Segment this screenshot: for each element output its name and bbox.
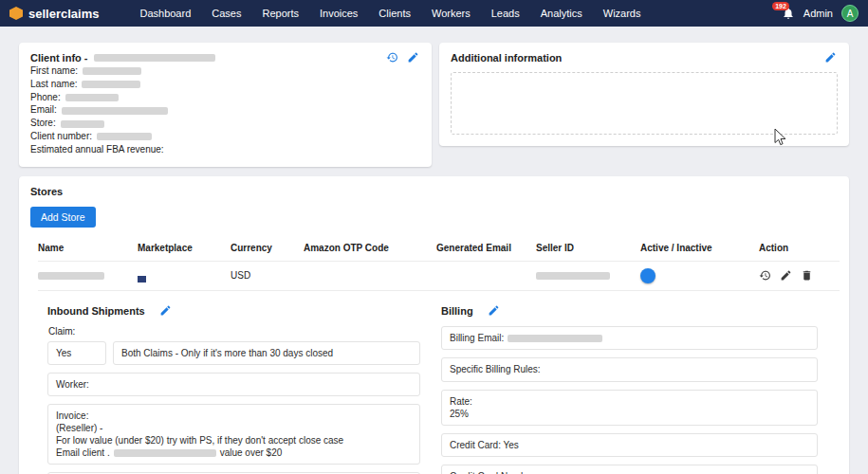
claim-label: Claim: — [48, 326, 420, 337]
stores-card: Stores Add Store Name Marketplace Curren… — [19, 176, 849, 474]
client-history-button[interactable] — [386, 51, 399, 64]
history-icon — [759, 269, 771, 282]
brand-name: sellerclaims — [28, 7, 99, 21]
pencil-icon — [407, 51, 419, 64]
nav-item-cases[interactable]: Cases — [201, 0, 251, 27]
invoice-box: Invoice: (Reseller) - For low value (und… — [47, 404, 420, 465]
credit-card-box: Credit Card: Yes — [441, 433, 818, 457]
history-icon — [386, 51, 398, 64]
additional-info-card: Additional information — [439, 43, 849, 146]
column-generated-email: Generated Email — [436, 243, 536, 253]
column-currency: Currency — [231, 243, 304, 253]
column-name: Name — [38, 243, 138, 253]
row-delete-button[interactable] — [801, 269, 814, 283]
redacted-phone — [65, 94, 119, 101]
pencil-icon — [159, 304, 172, 317]
billing-edit-button[interactable] — [488, 304, 501, 318]
redacted-first-name — [83, 67, 141, 75]
nav-item-clients[interactable]: Clients — [368, 0, 421, 27]
label-fba-revenue: Estimated annual FBA revenue: — [30, 144, 164, 155]
stores-title: Stores — [28, 186, 840, 197]
pencil-icon — [780, 269, 792, 282]
nav-item-workers[interactable]: Workers — [421, 0, 481, 27]
top-navbar: sellerclaims Dashboard Cases Reports Inv… — [0, 0, 868, 27]
client-info-title: Client info - — [30, 52, 88, 64]
redacted-store-name — [38, 272, 104, 280]
billing-email-box: Billing Email: — [441, 326, 818, 350]
nav-item-dashboard[interactable]: Dashboard — [129, 0, 201, 27]
nav-right: 192 Admin A — [782, 5, 859, 22]
invoice-label: Invoice: — [56, 410, 412, 422]
column-action: Action — [759, 243, 840, 253]
invoice-line1: (Reseller) - — [56, 422, 412, 434]
redacted-last-name — [82, 81, 140, 88]
row-edit-button[interactable] — [780, 269, 793, 283]
nav-item-wizards[interactable]: Wizards — [593, 0, 652, 27]
additional-info-title: Additional information — [451, 52, 562, 64]
redacted-invoice-client — [114, 449, 216, 457]
avatar[interactable]: A — [841, 5, 859, 22]
nav-item-leads[interactable]: Leads — [481, 0, 530, 27]
redacted-store — [61, 120, 104, 128]
trash-icon — [801, 269, 813, 282]
user-name[interactable]: Admin — [803, 8, 833, 19]
column-active: Active / Inactive — [640, 243, 759, 253]
redacted-client-title-value — [94, 54, 215, 62]
worker-box: Worker: — [47, 373, 420, 396]
store-currency: USD — [231, 270, 304, 281]
additional-info-notes-area — [451, 72, 838, 135]
rate-box: Rate: 25% — [441, 390, 818, 426]
nav-item-reports[interactable]: Reports — [251, 0, 309, 27]
additional-info-edit-button[interactable] — [824, 51, 838, 64]
table-row: USD — [38, 261, 840, 291]
brand-logo-icon — [9, 7, 23, 20]
redacted-billing-email — [508, 335, 602, 342]
redacted-client-number — [97, 133, 152, 140]
redacted-seller-id — [536, 272, 610, 280]
stores-table-header: Name Marketplace Currency Amazon OTP Cod… — [38, 237, 840, 261]
pencil-icon — [824, 51, 837, 64]
specific-billing-rules-box: Specific Billing Rules: — [441, 357, 818, 382]
label-store: Store: — [30, 118, 56, 128]
add-store-button[interactable]: Add Store — [30, 207, 96, 228]
rate-value: 25% — [450, 408, 809, 420]
inbound-edit-button[interactable] — [159, 304, 173, 318]
label-last-name: Last name: — [30, 79, 77, 89]
nav-item-analytics[interactable]: Analytics — [530, 0, 593, 27]
stores-table: Name Marketplace Currency Amazon OTP Cod… — [28, 237, 840, 291]
notifications-button[interactable]: 192 — [782, 7, 795, 20]
invoice-line2: For low value (under $20) try with PS, i… — [56, 434, 412, 447]
invoice-line3: Email client .value over $20 — [56, 447, 412, 459]
nav-menu: Dashboard Cases Reports Invoices Clients… — [129, 0, 651, 27]
billing-section: Billing Billing Email: Specific Billing … — [441, 304, 818, 474]
billing-title: Billing — [441, 305, 473, 317]
inbound-shipments-section: Inbound Shipments Claim: Yes Both Claims… — [47, 304, 420, 474]
client-info-card: Client info - First name: Last name: Pho… — [19, 43, 432, 167]
redacted-email — [62, 107, 168, 115]
label-client-number: Client number: — [30, 131, 92, 141]
claim-yes-box: Yes — [47, 341, 106, 365]
column-marketplace: Marketplace — [138, 243, 231, 253]
brand[interactable]: sellerclaims — [9, 7, 99, 21]
row-history-button[interactable] — [759, 269, 772, 283]
client-edit-button[interactable] — [407, 51, 420, 64]
notification-badge: 192 — [772, 2, 789, 10]
label-first-name: First name: — [30, 65, 78, 76]
nav-item-invoices[interactable]: Invoices — [309, 0, 368, 27]
claim-both-box: Both Claims - Only if it's more than 30 … — [113, 341, 420, 365]
column-otp: Amazon OTP Code — [304, 243, 436, 253]
pencil-icon — [488, 304, 500, 317]
main-content: Client info - First name: Last name: Pho… — [0, 27, 868, 474]
inbound-title: Inbound Shipments — [47, 305, 145, 317]
credit-card-number-box: Credit Card Number: — [441, 465, 818, 474]
column-seller-id: Seller ID — [536, 243, 640, 253]
label-email: Email: — [30, 104, 57, 115]
label-phone: Phone: — [30, 92, 61, 102]
